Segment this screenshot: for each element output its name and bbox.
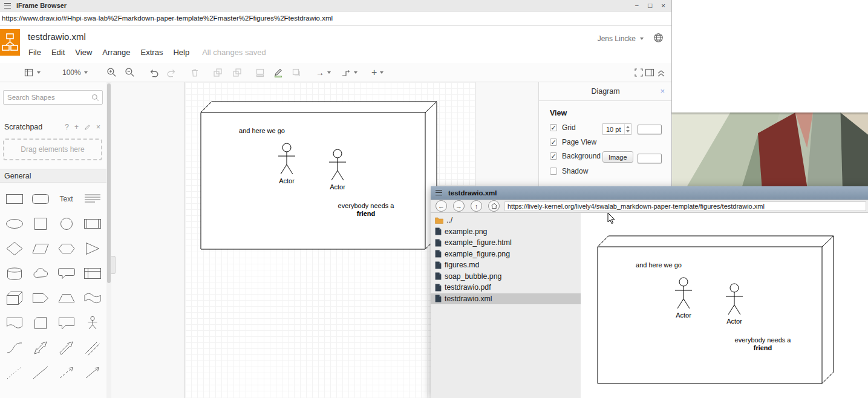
file-browser-url-bar[interactable]: https://lively-kernel.org/lively4/swalab… <box>504 201 866 211</box>
shape-actor[interactable] <box>79 310 105 335</box>
file-row[interactable]: soap_bubble.png <box>431 271 581 282</box>
scratchpad-drop-area[interactable]: Drag elements here <box>3 139 102 160</box>
close-icon[interactable]: × <box>660 86 665 96</box>
shape-cylinder[interactable] <box>1 261 27 285</box>
background-color-swatch[interactable] <box>638 154 662 163</box>
up-button[interactable]: ↑ <box>471 200 482 212</box>
image-button[interactable]: Image <box>602 151 633 163</box>
fit-page-button[interactable] <box>634 63 644 82</box>
line-color-button[interactable] <box>273 63 283 82</box>
search-input[interactable] <box>4 91 102 104</box>
minimize-button[interactable]: − <box>635 2 639 9</box>
shape-circle[interactable] <box>53 211 79 236</box>
forward-button[interactable]: → <box>453 200 465 212</box>
undo-button[interactable] <box>149 63 158 82</box>
shape-line[interactable] <box>27 360 53 385</box>
shape-tape[interactable] <box>79 285 105 310</box>
shape-bidirectional-arrow[interactable] <box>27 335 53 360</box>
note-text[interactable]: and here we go <box>239 127 285 134</box>
edit-icon[interactable] <box>84 124 91 131</box>
menu-extras[interactable]: Extras <box>141 48 163 57</box>
menu-file[interactable]: File <box>28 48 41 57</box>
shape-diamond[interactable] <box>1 236 27 261</box>
to-front-button[interactable] <box>213 63 223 82</box>
scrollbar-thumb[interactable] <box>107 83 111 283</box>
shape-card[interactable] <box>27 310 53 335</box>
connection-style-button[interactable]: → <box>316 63 331 82</box>
home-button[interactable] <box>488 200 500 212</box>
zoom-in-button[interactable] <box>106 63 117 82</box>
shape-triangle[interactable] <box>79 236 105 261</box>
file-row[interactable]: testdrawio.pdf <box>431 282 581 293</box>
insert-button[interactable]: + <box>371 63 383 82</box>
file-row-parent[interactable]: ../ <box>431 215 581 226</box>
shape-rounded-rectangle[interactable] <box>27 186 53 211</box>
hamburger-menu-icon[interactable] <box>4 3 11 8</box>
shape-square[interactable] <box>27 211 53 236</box>
shape-step[interactable] <box>27 285 53 310</box>
menu-arrange[interactable]: Arrange <box>102 48 130 57</box>
collapse-toolbar-button[interactable] <box>657 63 665 82</box>
close-button[interactable]: × <box>661 2 665 9</box>
spinner-down-icon[interactable] <box>626 130 630 132</box>
page-view-checkbox[interactable]: ✓ <box>550 139 557 146</box>
actor1-label[interactable]: Actor <box>279 177 295 184</box>
shape-cloud[interactable] <box>27 261 53 285</box>
file-row[interactable]: example.png <box>431 226 581 238</box>
format-tab-diagram[interactable]: Diagram × <box>539 82 671 101</box>
file-row[interactable]: example_figure.png <box>431 249 581 260</box>
shape-textbox[interactable] <box>79 186 105 211</box>
shape-curve[interactable] <box>1 335 27 360</box>
window-titlebar[interactable]: testdrawio.xml <box>431 186 868 200</box>
zoom-level-button[interactable]: 100% <box>62 63 88 82</box>
background-checkbox[interactable]: ✓ <box>550 152 557 160</box>
shape-hexagon[interactable] <box>53 236 79 261</box>
shape-callout-rounded[interactable] <box>53 261 79 285</box>
menu-help[interactable]: Help <box>173 48 189 57</box>
maximize-button[interactable]: □ <box>648 2 652 9</box>
hamburger-menu-icon[interactable] <box>436 190 442 195</box>
caption-line2[interactable]: friend <box>357 210 376 217</box>
format-panel-toggle-button[interactable] <box>645 63 654 82</box>
spinner[interactable] <box>624 124 631 134</box>
delete-button[interactable] <box>190 63 200 82</box>
shape-arrow[interactable] <box>53 335 79 360</box>
redo-button[interactable] <box>167 63 177 82</box>
shape-dashed-arrow[interactable] <box>53 360 79 385</box>
file-row-selected[interactable]: testdrawio.xml <box>431 293 581 305</box>
to-back-button[interactable] <box>232 63 242 82</box>
page-view-button[interactable] <box>24 63 41 82</box>
shape-dotted-line[interactable] <box>1 360 27 385</box>
shape-text[interactable]: Text <box>53 186 79 211</box>
shape-internal-storage[interactable] <box>79 261 105 285</box>
browser-url-bar[interactable]: https://www.draw.io/#Hhpi-swa-lab%2Fmark… <box>0 11 671 26</box>
language-globe-icon[interactable] <box>653 33 664 45</box>
shape-trapezoid[interactable] <box>53 285 79 310</box>
user-menu[interactable]: Jens Lincke <box>598 34 644 43</box>
grid-color-swatch[interactable] <box>638 125 662 134</box>
shape-ellipse[interactable] <box>1 211 27 236</box>
grid-checkbox[interactable]: ✓ <box>550 124 557 131</box>
help-icon[interactable]: ? <box>65 123 69 131</box>
shadow-button[interactable] <box>292 63 301 82</box>
shape-link[interactable] <box>79 335 105 360</box>
shape-document[interactable] <box>1 310 27 335</box>
fill-color-button[interactable] <box>255 63 265 82</box>
menu-view[interactable]: View <box>75 48 92 57</box>
close-icon[interactable]: × <box>96 123 100 131</box>
waypoint-style-button[interactable] <box>341 63 357 82</box>
general-section-header[interactable]: General <box>0 169 106 183</box>
caption-line1[interactable]: everybody needs a <box>338 202 395 209</box>
shape-process[interactable] <box>79 211 105 236</box>
add-icon[interactable]: + <box>74 123 79 131</box>
shape-directional-arrow[interactable] <box>79 360 105 385</box>
sidebar-collapse-handle[interactable] <box>111 256 116 274</box>
shape-parallelogram[interactable] <box>27 236 53 261</box>
grid-size-input[interactable]: 10 pt <box>602 123 631 135</box>
zoom-out-button[interactable] <box>125 63 135 82</box>
shadow-checkbox[interactable] <box>550 168 557 175</box>
window-titlebar[interactable]: iFrame Browser − □ × <box>0 0 671 11</box>
shape-callout[interactable] <box>53 310 79 335</box>
shape-rectangle[interactable] <box>1 186 27 211</box>
file-row[interactable]: figures.md <box>431 259 581 271</box>
